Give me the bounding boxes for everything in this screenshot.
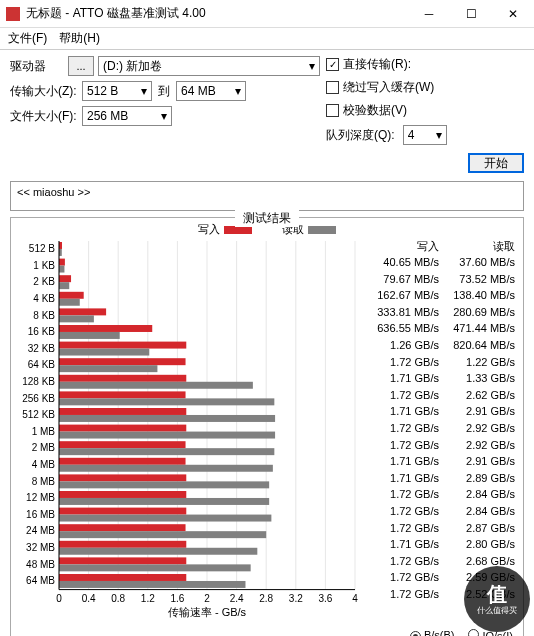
start-button[interactable]: 开始	[468, 153, 524, 173]
drive-label: 驱动器	[10, 58, 68, 75]
svg-text:1.6: 1.6	[170, 593, 184, 604]
svg-text:16 KB: 16 KB	[28, 326, 56, 337]
svg-rect-71	[59, 508, 186, 515]
svg-rect-45	[59, 365, 157, 372]
app-icon	[6, 7, 20, 21]
chevron-down-icon: ▾	[161, 109, 167, 123]
table-row: 333.81 MB/s280.69 MB/s	[369, 304, 521, 321]
svg-text:16 MB: 16 MB	[26, 509, 55, 520]
table-row: 1.72 GB/s2.92 GB/s	[369, 420, 521, 437]
svg-text:0: 0	[56, 593, 62, 604]
svg-text:3.2: 3.2	[289, 593, 303, 604]
description-input[interactable]: << miaoshu >>	[10, 181, 524, 211]
menu-help[interactable]: 帮助(H)	[59, 30, 100, 47]
svg-rect-83	[59, 574, 186, 581]
svg-text:2 MB: 2 MB	[32, 442, 56, 453]
svg-text:32 KB: 32 KB	[28, 343, 56, 354]
svg-rect-66	[59, 481, 269, 488]
svg-text:2.4: 2.4	[230, 593, 244, 604]
table-row: 1.71 GB/s2.89 GB/s	[369, 470, 521, 487]
svg-text:64 KB: 64 KB	[28, 359, 56, 370]
direct-io-checkbox[interactable]: ✓直接传输(R):	[326, 56, 524, 73]
minimize-button[interactable]: ─	[408, 0, 450, 28]
chevron-down-icon: ▾	[141, 84, 147, 98]
svg-rect-44	[59, 358, 186, 365]
maximize-button[interactable]: ☐	[450, 0, 492, 28]
svg-rect-69	[59, 498, 269, 505]
svg-rect-50	[59, 391, 186, 398]
svg-rect-54	[59, 415, 275, 422]
svg-rect-63	[59, 465, 273, 472]
close-button[interactable]: ✕	[492, 0, 534, 28]
svg-rect-56	[59, 425, 186, 432]
table-row: 636.55 MB/s471.44 MB/s	[369, 320, 521, 337]
table-row: 1.72 GB/s2.87 GB/s	[369, 520, 521, 537]
svg-rect-81	[59, 564, 251, 571]
svg-rect-72	[59, 515, 271, 522]
svg-rect-48	[59, 382, 253, 389]
svg-rect-51	[59, 398, 274, 405]
svg-text:512 KB: 512 KB	[22, 409, 55, 420]
table-row: 1.71 GB/s1.33 GB/s	[369, 370, 521, 387]
svg-rect-74	[59, 524, 186, 531]
svg-rect-78	[59, 548, 257, 555]
svg-text:256 KB: 256 KB	[22, 393, 55, 404]
svg-text:48 MB: 48 MB	[26, 559, 55, 570]
svg-text:0.4: 0.4	[82, 593, 96, 604]
svg-text:8 MB: 8 MB	[32, 476, 56, 487]
svg-rect-65	[59, 474, 186, 481]
svg-text:1 KB: 1 KB	[33, 260, 55, 271]
svg-text:4 KB: 4 KB	[33, 293, 55, 304]
svg-rect-35	[59, 308, 106, 315]
svg-rect-80	[59, 557, 186, 564]
xfer-from-select[interactable]: 512 B▾	[82, 81, 152, 101]
svg-text:4: 4	[352, 593, 358, 604]
svg-text:128 KB: 128 KB	[22, 376, 55, 387]
table-row: 1.72 GB/s2.84 GB/s	[369, 486, 521, 503]
bypass-cache-checkbox[interactable]: 绕过写入缓存(W)	[326, 79, 524, 96]
svg-rect-33	[59, 299, 80, 306]
chevron-down-icon: ▾	[235, 84, 241, 98]
svg-rect-60	[59, 448, 274, 455]
queue-label: 队列深度(Q):	[326, 127, 395, 144]
browse-button[interactable]: ...	[68, 56, 94, 76]
results-panel: 测试结果 写入 读取 00.40.81.21.622.42.83.23.6451…	[10, 217, 524, 636]
table-row: 162.67 MB/s138.40 MB/s	[369, 287, 521, 304]
svg-text:24 MB: 24 MB	[26, 525, 55, 536]
chevron-down-icon: ▾	[436, 128, 442, 142]
svg-rect-62	[59, 458, 186, 465]
xfer-label: 传输大小(Z):	[10, 83, 82, 100]
svg-rect-84	[59, 581, 245, 588]
col-read: 读取	[445, 239, 521, 254]
queue-depth-select[interactable]: 4▾	[403, 125, 447, 145]
results-caption: 测试结果	[235, 210, 299, 227]
xfer-to-select[interactable]: 64 MB▾	[176, 81, 246, 101]
table-row: 1.71 GB/s2.91 GB/s	[369, 453, 521, 470]
svg-text:512 B: 512 B	[29, 243, 55, 254]
table-row: 1.26 GB/s820.64 MB/s	[369, 337, 521, 354]
verify-checkbox[interactable]: 校验数据(V)	[326, 102, 524, 119]
table-row: 40.65 MB/s37.60 MB/s	[369, 254, 521, 271]
svg-rect-41	[59, 342, 186, 349]
table-row: 1.72 GB/s2.92 GB/s	[369, 437, 521, 454]
svg-rect-29	[59, 275, 71, 282]
table-row: 1.71 GB/s2.80 GB/s	[369, 536, 521, 553]
svg-text:64 MB: 64 MB	[26, 575, 55, 586]
svg-rect-32	[59, 292, 84, 299]
to-label: 到	[158, 83, 170, 100]
svg-rect-59	[59, 441, 186, 448]
table-row: 1.72 GB/s2.62 GB/s	[369, 387, 521, 404]
file-size-select[interactable]: 256 MB▾	[82, 106, 172, 126]
svg-rect-68	[59, 491, 186, 498]
svg-text:2.8: 2.8	[259, 593, 273, 604]
window-title: 无标题 - ATTO 磁盘基准测试 4.00	[26, 5, 408, 22]
smzdm-watermark: 值 什么值得买	[464, 566, 530, 632]
svg-text:传输速率 - GB/s: 传输速率 - GB/s	[168, 606, 247, 618]
svg-text:32 MB: 32 MB	[26, 542, 55, 553]
svg-rect-53	[59, 408, 186, 415]
chevron-down-icon: ▾	[309, 59, 315, 73]
drive-select[interactable]: (D:) 新加卷▾	[98, 56, 320, 76]
menu-file[interactable]: 文件(F)	[8, 30, 47, 47]
table-row: 1.72 GB/s1.22 GB/s	[369, 354, 521, 371]
unit-bs-radio[interactable]: B/s(B)	[410, 629, 455, 636]
